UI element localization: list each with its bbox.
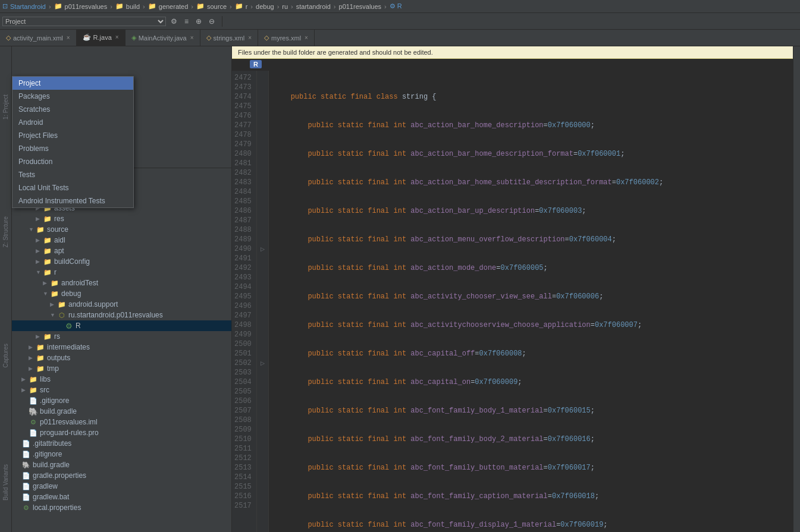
tree-item-proguard[interactable]: 📄 proguard-rules.pro (12, 427, 231, 438)
tree-item-res[interactable]: ▶ 📁 res (12, 213, 231, 224)
line-num: 2484 (232, 187, 256, 197)
menu-item-project[interactable]: Project (12, 77, 133, 90)
expand-button[interactable]: ⊕ (193, 16, 204, 27)
menu-item-android[interactable]: Android (12, 116, 133, 129)
menu-item-problems[interactable]: Problems (12, 142, 133, 155)
tree-label: buildConfig (54, 257, 90, 266)
folder-icon: 📁 (43, 246, 52, 256)
java-file-icon: ⚙ (64, 321, 74, 330)
menu-item-scratches[interactable]: Scratches (12, 103, 133, 116)
tab-mainactivity[interactable]: ◈ MainActivity.java × (126, 30, 200, 46)
breadcrumb-source[interactable]: source (207, 3, 227, 10)
tab-activity-main[interactable]: ◇ activity_main.xml × (0, 30, 77, 46)
tree-label: libs (40, 375, 51, 383)
sync-button[interactable]: ⚙ (168, 16, 180, 27)
tree-item-src[interactable]: ▶ 📁 src (12, 385, 231, 395)
line-num: 2477 (232, 121, 256, 130)
tree-item-gradlew[interactable]: 📄 gradlew (12, 481, 231, 492)
tree-item-debug[interactable]: ▼ 📁 debug (12, 288, 231, 299)
code-line: public static final int abc_font_family_… (274, 435, 793, 444)
close-icon[interactable]: × (305, 34, 308, 41)
breadcrumb-startandroid[interactable]: Startandroid (10, 3, 46, 10)
tree-item-r-folder[interactable]: ▼ 📁 r (12, 267, 231, 278)
tab-R-java[interactable]: ☕ R.java × (77, 30, 126, 46)
tree-item-source[interactable]: ▼ 📁 source (12, 224, 231, 235)
settings-button[interactable]: ≡ (182, 16, 191, 27)
file-tree[interactable]: ▼ 📁 p011resvalues ▼ 📁 build ▼ 📁 generate… (12, 168, 231, 532)
tree-item-buildconfig[interactable]: ▶ 📁 buildConfig (12, 256, 231, 267)
close-icon[interactable]: × (248, 34, 252, 41)
tree-item-aidl[interactable]: ▶ 📁 aidl (12, 235, 231, 245)
breadcrumb-item[interactable]: ⊡ (2, 2, 8, 10)
breadcrumb-debug[interactable]: debug (256, 3, 274, 10)
breadcrumb-R-file[interactable]: ⚙ R (390, 2, 402, 10)
tree-item-gradle-properties[interactable]: 📄 gradle.properties (12, 470, 231, 481)
tree-item-local-properties[interactable]: ⚙ local.properties (12, 502, 231, 513)
tree-item-root-build-gradle[interactable]: 🐘 build.gradle (12, 459, 231, 470)
breadcrumb-build[interactable]: build (126, 3, 140, 10)
expand-arrow: ▶ (36, 237, 43, 243)
label-1-project[interactable]: 1: Project (1, 91, 10, 123)
tree-item-tmp[interactable]: ▶ 📁 tmp (12, 363, 231, 374)
right-scrollbar[interactable] (793, 46, 800, 532)
line-num: 2491 (232, 254, 256, 263)
close-icon[interactable]: × (67, 34, 70, 41)
breadcrumb-ru[interactable]: ru (282, 3, 288, 10)
tree-label: tmp (47, 364, 59, 373)
xml-icon3: ◇ (264, 34, 269, 42)
line-num: 2501 (232, 349, 256, 358)
menu-item-tests[interactable]: Tests (12, 168, 133, 181)
code-text[interactable]: public static final class string { publi… (269, 71, 793, 532)
line-num: 2478 (232, 130, 256, 140)
breadcrumb-folder-icon4: 📁 (196, 2, 205, 10)
line-num: 2504 (232, 377, 256, 387)
label-z-structure[interactable]: Z: Structure (1, 213, 10, 251)
r-marker-button[interactable]: R (250, 60, 262, 68)
label-captures[interactable]: Captures (1, 340, 10, 372)
tree-label: androidTest (61, 279, 98, 287)
close-icon[interactable]: × (115, 34, 119, 40)
code-line: public static final int abc_font_family_… (274, 492, 793, 501)
code-line: public static final int abc_capital_off=… (274, 349, 793, 358)
breadcrumb-p011resvalues[interactable]: p011resvalues (65, 3, 108, 10)
line-num: 2488 (232, 225, 256, 235)
tree-label: local.properties (33, 503, 81, 512)
breadcrumb-startandroid2[interactable]: startandroid (296, 3, 331, 10)
menu-item-packages[interactable]: Packages (12, 90, 133, 103)
tree-item-androidtest[interactable]: ▶ 📁 androidTest (12, 278, 231, 288)
tree-item-android-support[interactable]: ▶ 📁 android.support (12, 299, 231, 310)
tree-item-gitignore2[interactable]: 📄 .gitignore (12, 449, 231, 459)
tab-strings[interactable]: ◇ strings.xml × (200, 30, 258, 46)
tree-item-intermediates[interactable]: ▶ 📁 intermediates (12, 342, 231, 352)
code-content[interactable]: 2472 2473 2474 2475 2476 2477 2478 2479 … (232, 71, 793, 532)
breadcrumb-folder-icon5: 📁 (235, 2, 243, 10)
tree-item-gitattributes[interactable]: 📄 .gitattributes (12, 438, 231, 449)
tree-item-rs[interactable]: ▶ 📁 rs (12, 331, 231, 342)
tree-item-gitignore[interactable]: 📄 .gitignore (12, 395, 231, 406)
menu-item-android-instrumented[interactable]: Android Instrumented Tests (12, 194, 133, 207)
tab-myres[interactable]: ◇ myres.xml × (258, 30, 315, 46)
menu-item-local-tests[interactable]: Local Unit Tests (12, 181, 133, 194)
menu-item-production[interactable]: Production (12, 155, 133, 168)
tree-item-iml[interactable]: ⚙ p011resvalues.iml (12, 417, 231, 427)
breadcrumb-p011resvalues2[interactable]: p011resvalues (339, 3, 382, 10)
menu-item-project-files[interactable]: Project Files (12, 129, 133, 142)
tree-item-gradlew-bat[interactable]: 📄 gradlew.bat (12, 492, 231, 502)
line-num: 2472 (232, 73, 256, 83)
label-build-variants[interactable]: Build Variants (1, 461, 10, 504)
tree-item-apt[interactable]: ▶ 📁 apt (12, 245, 231, 256)
tree-item-outputs[interactable]: ▶ 📁 outputs (12, 352, 231, 363)
line-num: 2512 (232, 454, 256, 463)
breadcrumb-generated[interactable]: generated (159, 3, 189, 10)
tree-item-R[interactable]: ⚙ R (12, 320, 231, 331)
tree-item-ru-package[interactable]: ▼ ⬡ ru.startandroid.p011resvalues (12, 310, 231, 320)
toolbar: Project ⚙ ≡ ⊕ ⊖ (0, 13, 800, 30)
close-icon[interactable]: × (190, 34, 194, 41)
tree-item-build-gradle[interactable]: 🐘 build.gradle (12, 406, 231, 417)
tree-label: gradle.properties (33, 471, 86, 480)
collapse-button[interactable]: ⊖ (206, 16, 217, 27)
project-view-selector[interactable]: Project (2, 17, 166, 26)
breadcrumb-r[interactable]: r (246, 3, 248, 10)
code-line: public static final int abc_font_family_… (274, 520, 793, 530)
tree-item-libs[interactable]: ▶ 📁 libs (12, 374, 231, 385)
